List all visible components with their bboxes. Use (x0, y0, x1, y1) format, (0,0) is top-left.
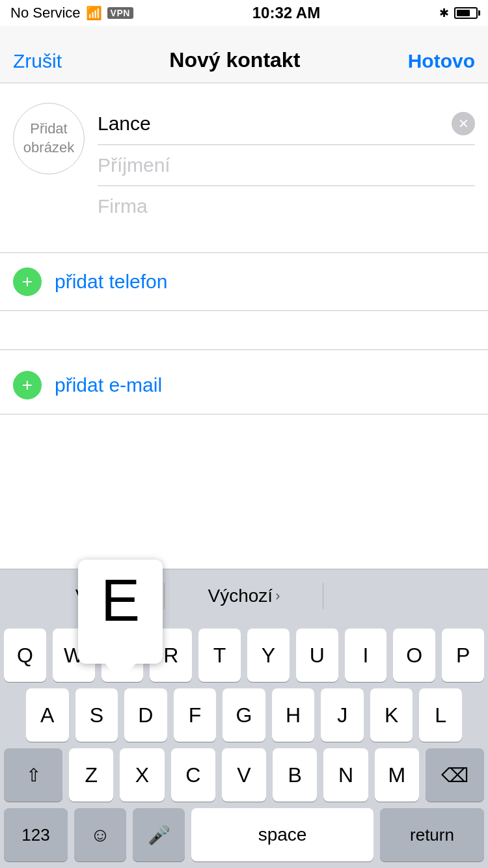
key-v[interactable]: V (222, 748, 266, 802)
key-s[interactable]: S (75, 688, 118, 742)
key-z[interactable]: Z (69, 748, 113, 802)
key-a[interactable]: A (26, 688, 69, 742)
key-c[interactable]: C (171, 748, 215, 802)
key-popup: E (78, 560, 163, 664)
num-key[interactable]: 123 (4, 808, 68, 861)
first-name-input[interactable] (98, 113, 452, 135)
add-phone-plus-icon: + (22, 271, 33, 292)
key-x[interactable]: X (120, 748, 164, 802)
first-name-row: ✕ (98, 103, 475, 145)
bluetooth-icon: ✱ (439, 6, 449, 20)
key-o[interactable]: O (393, 629, 435, 682)
return-key[interactable]: return (380, 808, 484, 861)
nav-title: Nový kontakt (169, 48, 300, 72)
mic-key[interactable]: 🎤 (133, 808, 185, 861)
add-email-row[interactable]: + přidat e-mail (0, 357, 488, 414)
mic-icon: 🎤 (148, 824, 170, 846)
status-left: No Service 📶 VPN (10, 5, 133, 21)
last-name-row (98, 145, 475, 186)
add-email-plus-icon: + (22, 375, 33, 396)
key-h[interactable]: H (272, 688, 315, 742)
spacer-1 (0, 311, 488, 350)
no-service-label: No Service (10, 5, 81, 21)
add-phone-label: přidat telefon (55, 271, 167, 293)
add-email-button[interactable]: + (13, 371, 42, 400)
key-k[interactable]: K (370, 688, 413, 742)
done-button[interactable]: Hotovo (408, 50, 475, 72)
key-n[interactable]: N (323, 748, 368, 802)
wifi-icon: 📶 (86, 5, 102, 21)
cancel-button[interactable]: Zrušit (13, 50, 62, 72)
keyboard-row-2: A S D F G H J K L (0, 682, 488, 742)
add-email-label: přidat e-mail (55, 374, 162, 396)
key-b[interactable]: B (273, 748, 317, 802)
add-phone-section: + přidat telefon (0, 252, 488, 311)
vpn-badge: VPN (107, 7, 133, 19)
delete-key[interactable]: ⌫ (426, 748, 484, 802)
add-email-section: + přidat e-mail (0, 357, 488, 414)
nav-bar: Zrušit Nový kontakt Hotovo (0, 26, 488, 83)
keyboard-row-4: 123 ☺ 🎤 space return (0, 802, 488, 868)
suggestion-right[interactable] (323, 576, 481, 616)
emoji-key[interactable]: ☺ (74, 808, 126, 861)
status-right: ✱ (439, 6, 478, 20)
name-fields: ✕ (98, 103, 475, 226)
key-popup-overlay: E (78, 560, 163, 664)
key-p[interactable]: P (442, 629, 484, 682)
key-t[interactable]: T (198, 629, 241, 682)
suggestion-arrow: › (275, 588, 280, 604)
shift-icon: ⇧ (26, 765, 41, 786)
status-bar: No Service 📶 VPN 10:32 AM ✱ (0, 0, 488, 26)
contact-row: Přidat obrázek ✕ (0, 96, 488, 233)
key-l[interactable]: L (419, 688, 462, 742)
last-name-input[interactable] (98, 154, 475, 176)
keyboard: Vy Výchozí › Q W E R T Y U I O P A S D F… (0, 569, 488, 868)
key-g[interactable]: G (223, 688, 265, 742)
key-d[interactable]: D (124, 688, 167, 742)
key-popup-letter: E (101, 571, 140, 630)
key-m[interactable]: M (375, 748, 419, 802)
suggestion-middle[interactable]: Výchozí › (165, 576, 323, 616)
emoji-icon: ☺ (90, 824, 111, 846)
shift-key[interactable]: ⇧ (4, 748, 62, 802)
delete-icon: ⌫ (441, 764, 468, 787)
space-key[interactable]: space (191, 808, 373, 861)
battery-icon (454, 7, 478, 19)
company-input[interactable] (98, 195, 475, 217)
key-u[interactable]: U (296, 629, 338, 682)
avatar-line2: obrázek (23, 139, 74, 157)
key-y[interactable]: Y (247, 629, 290, 682)
keyboard-row-1: Q W E R T Y U I O P (0, 622, 488, 682)
key-j[interactable]: J (321, 688, 364, 742)
suggestion-bar: Vy Výchozí › (0, 569, 488, 622)
add-phone-button[interactable]: + (13, 267, 42, 296)
key-f[interactable]: F (174, 688, 217, 742)
avatar-line1: Přidat (30, 120, 67, 139)
company-row (98, 186, 475, 226)
avatar-button[interactable]: Přidat obrázek (13, 103, 85, 174)
key-i[interactable]: I (345, 629, 387, 682)
add-phone-row[interactable]: + přidat telefon (0, 253, 488, 311)
time-label: 10:32 AM (252, 4, 320, 22)
key-q[interactable]: Q (4, 629, 46, 682)
keyboard-row-3: ⇧ Z X C V B N M ⌫ (0, 742, 488, 802)
clear-first-name-button[interactable]: ✕ (452, 112, 475, 135)
contact-form: Přidat obrázek ✕ (0, 83, 488, 246)
